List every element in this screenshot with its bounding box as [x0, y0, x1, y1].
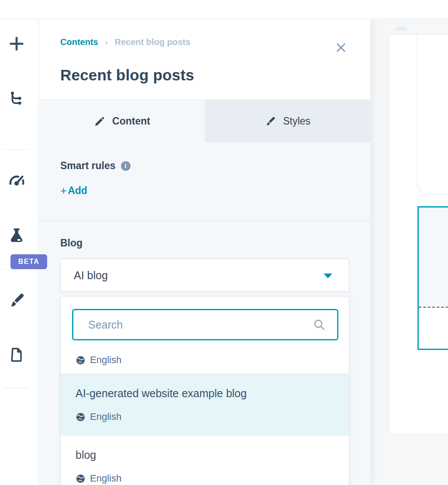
- blog-dropdown-menu: English AI-generated website example blo…: [60, 296, 349, 485]
- dropdown-option[interactable]: blog English: [61, 436, 349, 485]
- design-brush-icon[interactable]: [8, 292, 25, 309]
- search-input[interactable]: [72, 309, 338, 340]
- breadcrumb-separator: ›: [105, 37, 108, 47]
- dropdown-option-partial[interactable]: English: [61, 351, 349, 374]
- smart-rules-section: Smart rules i + Add: [39, 142, 370, 221]
- preview-section-border: [417, 34, 448, 195]
- blog-field-label: Blog: [60, 237, 83, 249]
- tab-content-label: Content: [112, 115, 150, 127]
- breadcrumb: Contents › Recent blog posts: [60, 37, 190, 47]
- option-language: English: [90, 411, 121, 423]
- blog-select-value: AI blog: [74, 269, 108, 282]
- option-title: AI-generated website example blog: [61, 387, 349, 400]
- globe-icon: [76, 474, 86, 484]
- dropdown-option-highlighted[interactable]: AI-generated website example blog Englis…: [61, 374, 349, 436]
- page-preview-canvas: [370, 19, 448, 485]
- pencil-icon: [94, 116, 105, 127]
- breadcrumb-current: Recent blog posts: [114, 37, 190, 47]
- plus-glyph: +: [60, 186, 67, 196]
- selected-module-region: [419, 208, 448, 308]
- tab-bar: Content Styles: [39, 100, 370, 142]
- performance-gauge-icon[interactable]: [8, 173, 25, 190]
- page-document-icon[interactable]: [8, 346, 25, 364]
- beta-badge: BETA: [10, 254, 47, 269]
- preview-handle: [395, 27, 407, 31]
- page-title: Recent blog posts: [60, 66, 194, 84]
- top-chrome-bar: [0, 0, 448, 19]
- search-icon: [312, 318, 326, 333]
- chevron-down-icon: [323, 273, 333, 281]
- close-icon[interactable]: [334, 41, 348, 54]
- globe-icon: [76, 355, 86, 365]
- panel-header: Contents › Recent blog posts Recent blog…: [39, 19, 370, 100]
- smart-rules-label: Smart rules: [60, 160, 116, 172]
- breadcrumb-contents-link[interactable]: Contents: [60, 37, 98, 47]
- sidebar-divider: [3, 388, 29, 388]
- add-smart-rule-button[interactable]: + Add: [60, 185, 87, 197]
- site-tree-icon[interactable]: [8, 90, 25, 107]
- tab-styles[interactable]: Styles: [205, 100, 370, 142]
- module-editor-panel: Contents › Recent blog posts Recent blog…: [39, 19, 370, 485]
- tab-styles-label: Styles: [283, 115, 310, 127]
- brush-icon: [265, 116, 276, 127]
- sidebar-divider: [3, 149, 29, 150]
- globe-icon: [76, 412, 86, 422]
- option-title: blog: [61, 449, 349, 461]
- test-flask-icon[interactable]: [8, 226, 25, 244]
- editor-sidebar: [0, 19, 39, 485]
- selected-module-outline[interactable]: [417, 206, 448, 350]
- option-language: English: [90, 354, 121, 366]
- blog-select[interactable]: AI blog: [60, 259, 349, 292]
- info-icon[interactable]: i: [121, 161, 131, 171]
- add-icon[interactable]: [8, 35, 25, 52]
- page-editor-screen: BETA Contents › Recent blog posts Recent…: [0, 0, 448, 485]
- tab-content[interactable]: Content: [39, 100, 205, 142]
- option-language: English: [90, 473, 121, 484]
- add-label: Add: [68, 185, 87, 197]
